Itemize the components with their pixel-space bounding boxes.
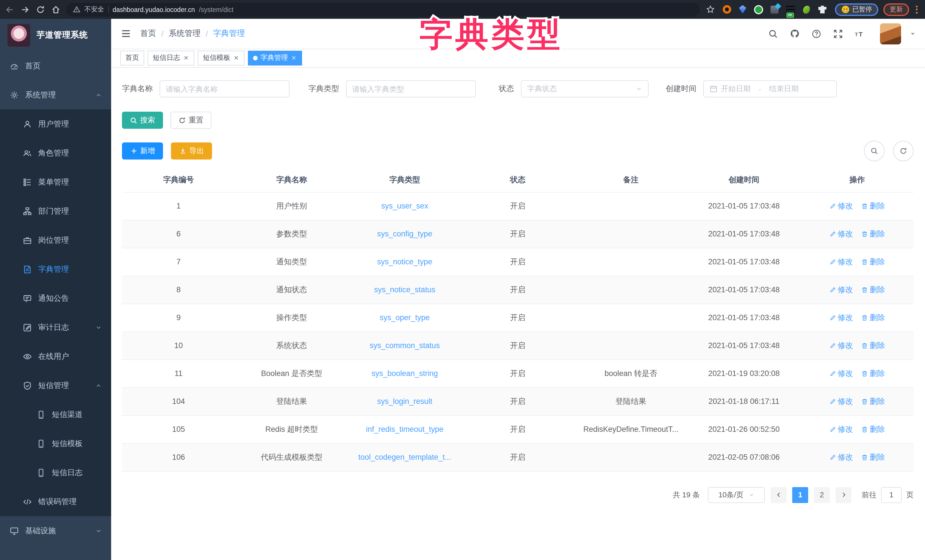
dict-type-link[interactable]: sys_common_status	[370, 341, 440, 350]
edit-button[interactable]: 修改	[829, 201, 853, 211]
delete-button[interactable]: 删除	[861, 368, 885, 379]
refresh-table-button[interactable]	[893, 141, 914, 161]
sidebar-item[interactable]: 在线用户	[0, 342, 111, 371]
edit-button[interactable]: 修改	[829, 313, 853, 323]
edit-button[interactable]: 修改	[829, 229, 853, 239]
gem-blue-extension-icon[interactable]	[738, 5, 747, 14]
close-icon[interactable]	[183, 55, 189, 61]
sidebar-item[interactable]: 岗位管理	[0, 226, 111, 254]
sidebar-item[interactable]: 通知公告	[0, 284, 111, 313]
page-size-select[interactable]: 10条/页	[708, 487, 765, 503]
page-number-button[interactable]: 2	[814, 487, 830, 503]
sidebar-item[interactable]: 角色管理	[0, 138, 111, 167]
dict-type-link[interactable]: inf_redis_timeout_type	[366, 425, 443, 434]
delete-button[interactable]: 删除	[861, 396, 885, 406]
dict-type-link[interactable]: sys_notice_status	[374, 285, 435, 294]
delete-button[interactable]: 删除	[861, 452, 885, 462]
date-range-picker[interactable]: 开始日期 - 结束日期	[703, 80, 837, 98]
dict-type-link[interactable]: sys_boolean_string	[372, 369, 438, 378]
browser-home-icon[interactable]	[51, 4, 61, 15]
status-select[interactable]: 字典状态	[521, 80, 649, 98]
edit-button[interactable]: 修改	[829, 452, 853, 462]
puzzle-white-extension-icon[interactable]	[818, 5, 827, 14]
delete-button[interactable]: 删除	[861, 229, 885, 239]
sidebar-item[interactable]: 短信日志	[0, 458, 111, 487]
goto-page-input[interactable]	[881, 487, 902, 503]
sidebar-item[interactable]: 菜单管理	[0, 167, 111, 197]
sidebar-item[interactable]: 字典管理	[0, 254, 111, 284]
browser-forward-icon[interactable]	[20, 4, 30, 15]
fullscreen-icon[interactable]	[833, 29, 843, 38]
export-button[interactable]: 导出	[171, 142, 212, 160]
leaf-green-extension-icon[interactable]	[801, 5, 811, 14]
edit-button[interactable]: 修改	[829, 340, 853, 351]
tag-view-item[interactable]: 首页	[120, 50, 144, 65]
address-bar[interactable]: 不安全 dashboard.yudao.iocoder.cn/system/di…	[66, 3, 700, 16]
browser-update-button[interactable]: 更新	[883, 3, 909, 16]
page-number-button[interactable]: 1	[792, 487, 808, 503]
sidebar-item[interactable]: 部门管理	[0, 197, 111, 226]
dict-type-link[interactable]: sys_notice_type	[377, 257, 432, 266]
next-page-button[interactable]	[836, 487, 851, 503]
header-search-icon[interactable]	[768, 29, 778, 38]
user-avatar[interactable]	[880, 23, 901, 44]
breadcrumb-item[interactable]: 系统管理	[169, 29, 200, 39]
target-orange-extension-icon[interactable]	[722, 5, 732, 14]
browser-reload-icon[interactable]	[35, 4, 45, 15]
dict-name-input[interactable]	[160, 80, 289, 98]
sidebar-item[interactable]: 短信渠道	[0, 400, 111, 429]
sidebar-item[interactable]: 基础设施	[0, 516, 111, 545]
dict-type-link[interactable]: sys_user_sex	[381, 202, 428, 210]
dict-type-input[interactable]	[346, 80, 476, 98]
sidebar-item[interactable]: 错误码管理	[0, 487, 111, 516]
edit-button[interactable]: 修改	[829, 368, 853, 379]
security-label[interactable]: 不安全	[84, 5, 104, 14]
sidebar-item[interactable]: 短信管理	[0, 371, 111, 400]
app-logo-row[interactable]: 芋道管理系统	[0, 19, 111, 51]
browser-menu-icon[interactable]	[914, 5, 919, 14]
delete-button[interactable]: 删除	[861, 340, 885, 351]
sidebar-toggle-icon[interactable]	[121, 29, 131, 39]
tag-view-item[interactable]: 短信模板	[198, 50, 244, 65]
edit-button[interactable]: 修改	[829, 285, 853, 295]
delete-button[interactable]: 删除	[861, 313, 885, 323]
sidebar-item[interactable]: 短信模板	[0, 429, 111, 458]
search-button[interactable]: 搜索	[122, 111, 163, 129]
toggle-search-button[interactable]	[864, 141, 884, 161]
add-button[interactable]: 新增	[122, 142, 163, 160]
close-icon[interactable]	[291, 55, 297, 61]
edit-button[interactable]: 修改	[829, 396, 853, 406]
reset-button[interactable]: 重置	[170, 111, 211, 129]
circle-green-extension-icon[interactable]	[754, 5, 764, 14]
sidebar-item[interactable]: 用户管理	[0, 109, 111, 138]
breadcrumb-item[interactable]: 首页	[140, 29, 156, 39]
browser-back-icon[interactable]	[5, 4, 15, 15]
sidebar-item[interactable]: 审计日志	[0, 313, 111, 342]
grid-blue-diamond-extension-icon[interactable]	[770, 5, 779, 14]
dict-type-link[interactable]: sys_oper_type	[380, 313, 430, 322]
list-on-extension-icon[interactable]: on	[786, 5, 795, 14]
edit-button[interactable]: 修改	[829, 424, 853, 434]
paused-extension-pill[interactable]: 已暂停	[835, 3, 878, 16]
tag-view-item[interactable]: 字典管理	[248, 50, 302, 65]
close-icon[interactable]	[233, 55, 240, 61]
dict-type-link[interactable]: sys_login_result	[377, 397, 432, 406]
bookmark-star-icon[interactable]	[706, 5, 714, 14]
dict-type-link[interactable]: tool_codegen_template_t...	[358, 453, 451, 461]
breadcrumb-item[interactable]: 字典管理	[213, 29, 245, 39]
delete-button[interactable]: 删除	[861, 285, 885, 295]
tag-view-item[interactable]: 短信日志	[148, 50, 194, 65]
delete-button[interactable]: 删除	[861, 257, 885, 267]
dict-type-link[interactable]: sys_config_type	[377, 230, 432, 238]
font-size-icon[interactable]: TT	[855, 29, 865, 38]
avatar-caret-icon[interactable]	[910, 30, 916, 37]
dict-type-field[interactable]	[352, 84, 470, 93]
prev-page-button[interactable]	[771, 487, 786, 503]
sidebar-item[interactable]: 系统管理	[0, 80, 111, 109]
github-icon[interactable]	[790, 29, 800, 38]
sidebar-item[interactable]: 首页	[0, 51, 111, 80]
delete-button[interactable]: 删除	[861, 424, 885, 434]
delete-button[interactable]: 删除	[861, 201, 885, 211]
dict-name-field[interactable]	[166, 84, 283, 93]
edit-button[interactable]: 修改	[829, 257, 853, 267]
